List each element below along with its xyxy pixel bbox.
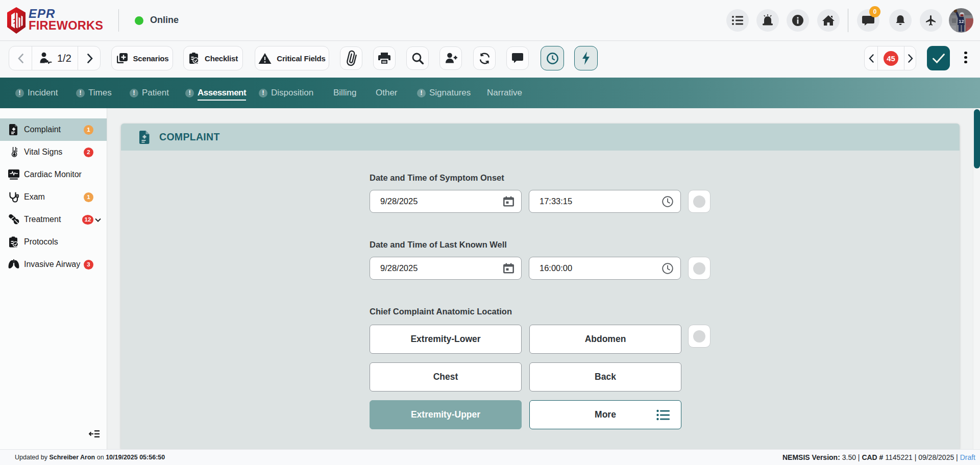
svg-text:12: 12 [959,18,964,24]
